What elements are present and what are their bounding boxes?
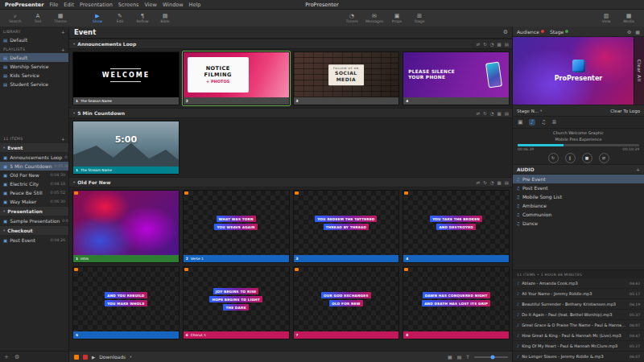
group-row-event[interactable]: ▾ Event: [0, 142, 68, 153]
grid-view-icon[interactable]: ▦: [497, 180, 502, 185]
menu-item-file[interactable]: File: [49, 2, 58, 8]
playlist-row-sample-presentation[interactable]: ▣ Sample Presentation 0:02:45: [0, 216, 68, 225]
list-view-icon[interactable]: ▤: [457, 354, 462, 360]
grid-view-icon[interactable]: ▦: [497, 111, 502, 116]
add-audio-playlist-icon[interactable]: +: [636, 167, 640, 172]
song-row[interactable]: ♪ Ablaze - Amanda Cook.mp3 04:42: [513, 278, 644, 289]
shuffle-icon[interactable]: ⇄: [477, 111, 481, 116]
mixer-icon[interactable]: ≣: [551, 119, 556, 125]
playlist-row-way-maker[interactable]: ▣ Way Maker 0:06:30: [0, 197, 68, 206]
menu-item-help[interactable]: Help: [189, 2, 201, 8]
song-row[interactable]: ♪ Do It Again - Paul (feat. Bethel Worsh…: [513, 310, 644, 320]
theme-button[interactable]: ▦ Theme: [50, 10, 71, 26]
slide-silence-phone[interactable]: PLEASE SILENCE YOUR PHONE 4: [402, 51, 510, 105]
loop-icon[interactable]: ↻: [483, 111, 487, 116]
slide-chorus1-c[interactable]: DAWN HAS CONQUERED NIGHT AND DEATH HAS L…: [402, 266, 510, 339]
add-icon[interactable]: +: [4, 354, 9, 360]
slider-knob[interactable]: [491, 355, 495, 359]
audio-playlist-pre-event[interactable]: ♫ Pre Event: [513, 175, 644, 183]
song-row[interactable]: ♪ How Great & King - Paul & Hannah Mc (L…: [513, 331, 644, 341]
list-view-icon[interactable]: ▤: [505, 180, 509, 185]
add-item-icon[interactable]: +: [61, 136, 65, 142]
audio-playlist-communion[interactable]: ♫ Communion: [513, 210, 644, 219]
timer-icon[interactable]: ◔: [490, 42, 494, 47]
props-button[interactable]: ▣ Props: [386, 10, 407, 26]
menu-item-propresenter[interactable]: ProPresenter: [5, 2, 43, 8]
song-row[interactable]: ♪ Beautiful Surrender - Bethany Kristian…: [513, 299, 644, 310]
menu-item-screens[interactable]: Screens: [118, 2, 139, 8]
slide-welcome[interactable]: WELCOME 1 The Season Name: [72, 51, 180, 105]
slide-chorus1-a[interactable]: JOY BEGINS TO RISE HOPE BEGINS TO LIGHT …: [183, 266, 290, 339]
playlist-item-kids-service[interactable]: ▤ Kids Service: [0, 71, 68, 80]
downloads-label[interactable]: Downloads: [99, 354, 126, 360]
audio-playlist-dance[interactable]: ♫ Dance: [513, 219, 644, 228]
playlist-row-old-for-new[interactable]: ▣ Old For New 0:04:30: [0, 171, 68, 179]
slide-countdown[interactable]: 5:00 1 The Stream Name: [72, 121, 180, 175]
slide-verse1-b[interactable]: YOU REDEEM THE TATTERED THREAD BY THREAD…: [293, 190, 400, 263]
edit-mode-button[interactable]: ✎ Edit: [109, 10, 130, 26]
view-button[interactable]: ▥ View: [596, 10, 617, 26]
gear-icon[interactable]: ⚙: [627, 29, 631, 35]
text-button[interactable]: A Text: [27, 10, 48, 26]
playlist-row-peace-be-still[interactable]: ▣ Peace Be Still 0:05:52: [0, 188, 68, 197]
section-header-old-for-new[interactable]: ▾ Old For New ⇄ ↻ ◔ ▦ ▤: [69, 177, 513, 187]
library-add-icon[interactable]: +: [61, 29, 65, 35]
music-icon[interactable]: ♫: [541, 119, 546, 125]
playlist-row-announcements-loop[interactable]: ▣ Announcements Loop 0:06:45: [0, 153, 68, 162]
grid-view-icon[interactable]: ▦: [635, 29, 640, 35]
text-size-icon[interactable]: T: [466, 354, 469, 360]
timer-icon[interactable]: ◔: [490, 111, 494, 116]
gear-icon[interactable]: ⚙: [14, 354, 19, 360]
loop-icon[interactable]: ↻: [483, 180, 487, 185]
display-icon[interactable]: ▣: [518, 119, 523, 125]
audio-playlist-post-event[interactable]: ♫ Post Event: [513, 183, 644, 192]
list-view-icon[interactable]: ▤: [505, 42, 509, 47]
media-button[interactable]: ▦ Media: [618, 10, 639, 26]
tab-audience[interactable]: Audience: [517, 29, 544, 35]
loop-icon[interactable]: ↻: [483, 42, 487, 47]
shuffle-icon[interactable]: ⇄: [477, 42, 481, 47]
menu-item-view[interactable]: View: [145, 2, 157, 8]
shuffle-icon[interactable]: ⇄: [599, 153, 609, 163]
playlist-row-post-event[interactable]: ▣ Post Event 0:04:26: [0, 236, 68, 245]
list-view-icon[interactable]: ▤: [505, 111, 509, 116]
audio-note-icon[interactable]: ♪: [529, 119, 535, 125]
play-icon[interactable]: ▶: [92, 355, 95, 360]
playlists-add-icon[interactable]: +: [61, 47, 65, 52]
group-row-checkout[interactable]: ▾ Checkout: [0, 225, 68, 236]
gear-icon[interactable]: ⚙: [503, 29, 508, 35]
clear-to-logo-button[interactable]: Clear To Logo: [610, 109, 640, 113]
song-row[interactable]: ♪ Great Grace & O Praise The Name - Paul…: [513, 320, 644, 331]
search-button[interactable]: ⌕ Search: [5, 10, 26, 26]
slide-intro[interactable]: 1 Intro: [72, 190, 180, 263]
messages-button[interactable]: ✉ Messages: [364, 10, 385, 26]
song-row[interactable]: ♪ No Longer Slaves - Jeremy Riddle &.mp3…: [513, 352, 644, 362]
playlist-row-electric-city[interactable]: ▣ Electric City 0:04:18: [0, 179, 68, 188]
progress-bar[interactable]: [518, 144, 639, 146]
group-row-presentation[interactable]: ▾ Presentation: [0, 206, 68, 216]
slide-notice-filming[interactable]: NOTICE FILMING + PHOTOS 2: [183, 51, 290, 105]
grid-view-icon[interactable]: ▦: [448, 354, 452, 360]
stage-button[interactable]: ⊞ Stage: [409, 10, 430, 26]
section-header-countdown[interactable]: ▾ 5 Min Countdown ⇄ ↻ ◔ ▦ ▤: [69, 108, 513, 118]
menu-item-edit[interactable]: Edit: [64, 2, 74, 8]
menu-item-window[interactable]: Window: [163, 2, 184, 8]
bible-mode-button[interactable]: ▤ Bible: [155, 10, 175, 26]
slide-verse1-c[interactable]: YOU TAKE THE BROKEN AND DESTROYED 4: [402, 190, 510, 263]
playlist-item-student-service[interactable]: ▤ Student Service: [0, 80, 68, 88]
section-header-announcements[interactable]: ▾ Announcements Loop ⇄ ↻ ◔ ▦ ▤: [69, 39, 513, 49]
library-item-default[interactable]: ▤ Default: [0, 35, 68, 44]
slide-chorus1-b[interactable]: OUR GOD EXCHANGES OLD FOR NEW 7: [293, 266, 400, 339]
audio-playlist-mobile-song-list[interactable]: ♫ Mobile Song List: [513, 192, 644, 201]
stop-icon[interactable]: ■: [582, 153, 592, 163]
tab-stage[interactable]: Stage: [550, 29, 568, 35]
clear-all-button[interactable]: Clear All: [634, 37, 644, 105]
audio-playlist-ambiance[interactable]: ♫ Ambiance: [513, 201, 644, 210]
show-mode-button[interactable]: ▶ Show: [87, 10, 108, 26]
grid-view-icon[interactable]: ▦: [497, 42, 502, 47]
playlist-item-default[interactable]: ▤ Default: [0, 53, 68, 62]
stage-selector[interactable]: Stage N... ▾: [517, 109, 542, 113]
playlist-item-worship-service[interactable]: ▤ Worship Service: [0, 62, 68, 71]
loop-icon[interactable]: ↻: [548, 153, 559, 163]
timer-icon[interactable]: ◔: [490, 180, 494, 185]
